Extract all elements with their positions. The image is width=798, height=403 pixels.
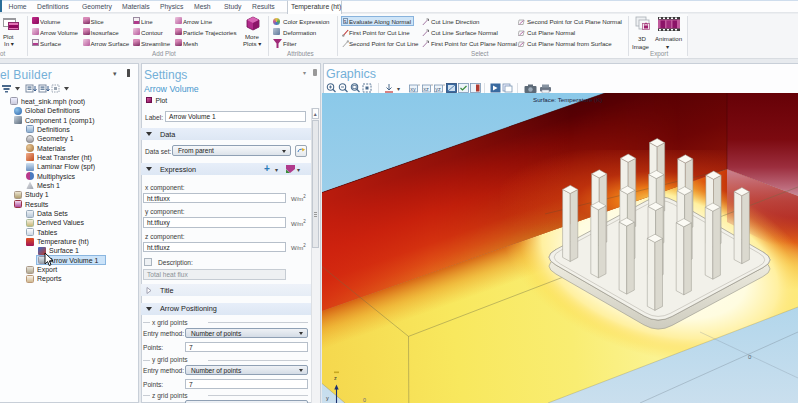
svg-text:xy: xy	[410, 86, 416, 92]
svg-text:yz: yz	[435, 86, 441, 92]
svg-text:y: y	[326, 395, 329, 401]
svg-text:0: 0	[363, 397, 366, 403]
svg-text:z: z	[334, 375, 337, 381]
svg-text:Surface: Temperature (K): Surface: Temperature (K)	[533, 96, 602, 103]
svg-text:xz: xz	[423, 86, 429, 92]
